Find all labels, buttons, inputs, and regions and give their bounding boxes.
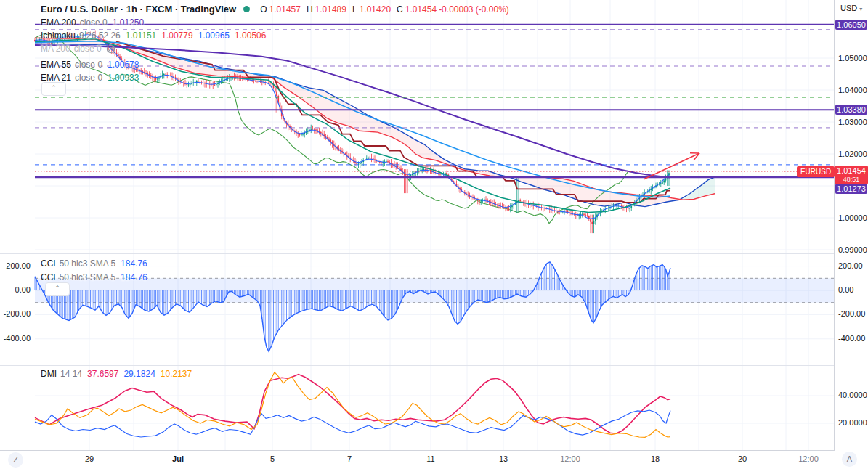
legend-params: 14 14 <box>60 369 82 379</box>
time-axis-label: 20 <box>725 454 760 463</box>
legend-row-price-ema-200[interactable]: EMA 200close 01.01250 <box>41 17 144 28</box>
ohlc-values: O 1.01457 H 1.01489 L 1.01420 C 1.01454 … <box>256 4 509 15</box>
grid-lines <box>35 0 834 450</box>
legend-value: 1.00779 <box>161 30 192 41</box>
cci-axis-label-left: 0.00 <box>0 285 31 294</box>
legend-row-price-ema-21[interactable]: EMA 21close 01.00933 <box>41 73 139 83</box>
cci-axis-label-left: -200.00 <box>0 309 31 318</box>
last-price-badge: 1.01454 48:51 <box>835 166 868 184</box>
legend-label: EMA 200 <box>41 17 76 28</box>
price-axis-label: 20.0000 <box>838 418 867 427</box>
market-status-icon <box>243 6 250 12</box>
legend-label: Ichimoku <box>41 30 76 41</box>
chart-canvas[interactable] <box>0 0 868 469</box>
legend-label: EMA 21 <box>41 73 71 83</box>
legend-row-price-ichimoku[interactable]: Ichimoku9 26 52 261.011511.007791.009651… <box>41 30 266 41</box>
legend-value: 1.00506 <box>235 30 266 41</box>
chevron-down-icon: ▾ <box>859 6 862 12</box>
ohlc-high-label: H <box>307 4 313 15</box>
ohlc-open-label: O <box>260 4 267 15</box>
legend-value: 29.1824 <box>123 369 155 379</box>
time-axis-label: 7 <box>332 454 367 463</box>
dmi-plot <box>35 372 670 438</box>
cci-axis-label-left: 200.00 <box>0 261 31 270</box>
price-axis-label: 0.00 <box>838 285 853 294</box>
cci-axis-label-left: -400.00 <box>0 334 31 343</box>
collapse-cci-legend-button[interactable]: ⌃ <box>45 282 70 296</box>
legend-row-cci-cci[interactable]: CCI50 hlc3 SMA 5184.76 <box>41 258 147 269</box>
time-axis[interactable]: 29Jul57111312:00182012:00 <box>0 451 835 469</box>
last-price-value: 1.01454 <box>835 166 868 175</box>
symbol-price-tag: EURUSD <box>797 166 835 177</box>
legend-params: 9 26 52 26 <box>79 30 121 41</box>
time-axis-label: Jul <box>161 454 195 463</box>
legend-value: 1.00678 <box>108 60 139 70</box>
price-axis-label: 1.02000 <box>838 150 867 158</box>
price-axis-label: 200.00 <box>838 261 863 270</box>
time-axis-label: 13 <box>486 454 521 463</box>
legend-params: close 0 <box>75 73 102 83</box>
trend-arrow-annotation <box>644 153 699 179</box>
price-axis[interactable]: USD ▾ 1.050001.040001.030001.020001.0000… <box>835 0 868 469</box>
legend-label: CCI <box>41 272 56 282</box>
legend-params: 50 hlc3 SMA 5 <box>60 272 115 282</box>
legend-params: close 0 <box>75 60 102 70</box>
price-axis-label: 1.03000 <box>838 118 867 126</box>
ohlc-close-value: 1.01454 <box>405 4 437 15</box>
symbol-title[interactable]: Euro / U.S. Dollar · 1h · FXCM · Trading… <box>41 4 236 15</box>
legend-params: close 0 <box>80 17 108 28</box>
legend-value: 37.6597 <box>87 369 118 379</box>
auto-scale-button[interactable]: A <box>842 452 857 467</box>
legend-label: MA 200 <box>41 44 70 54</box>
level-price-badge: 1.06050 <box>835 20 867 30</box>
price-axis-label: 1.04000 <box>838 86 867 94</box>
legend-value: 10.2137 <box>161 369 192 379</box>
price-axis-label: -400.00 <box>838 334 865 343</box>
legend-value: 1.00965 <box>198 30 230 41</box>
legend-label: CCI <box>41 258 56 269</box>
price-axis-label: 40.0000 <box>838 391 867 399</box>
legend-label: DMI <box>41 369 57 379</box>
bar-countdown: 48:51 <box>835 175 868 183</box>
legend-params: close 0 <box>74 44 102 54</box>
price-axis-label: 0.99000 <box>838 245 867 254</box>
legend-row-cci-cci[interactable]: CCI50 hlc3 SMA 5184.76 <box>41 272 147 282</box>
cci-band <box>35 278 834 302</box>
time-axis-label: 5 <box>255 454 290 463</box>
price-axis-label: -200.00 <box>838 309 865 318</box>
timezone-button[interactable]: Z <box>8 452 23 468</box>
chart-header: Euro / U.S. Dollar · 1h · FXCM · Trading… <box>41 4 509 15</box>
ohlc-open-value: 1.01457 <box>269 4 301 15</box>
time-axis-label: 29 <box>72 454 107 463</box>
ohlc-close-label: C <box>397 4 403 15</box>
time-axis-label: 12:00 <box>553 454 588 463</box>
collapse-legend-button[interactable]: ⌃ <box>41 82 66 96</box>
legend-value: 1.00933 <box>108 73 139 83</box>
panel-frame <box>0 0 868 469</box>
legend-row-price-ma-200[interactable]: MA 200close 0 <box>41 44 115 54</box>
legend-params: 50 hlc3 SMA 5 <box>60 258 115 269</box>
ohlc-low-value: 1.01420 <box>360 4 391 15</box>
legend-value: 1.01151 <box>126 30 157 41</box>
legend-row-dmi-dmi[interactable]: DMI14 1437.659729.182410.2137 <box>41 369 192 379</box>
ohlc-low-label: L <box>352 4 357 15</box>
time-axis-label: 12:00 <box>791 454 826 463</box>
time-axis-label: 18 <box>638 454 673 463</box>
legend-row-price-ema-55[interactable]: EMA 55close 01.00678 <box>41 60 139 70</box>
legend-label: EMA 55 <box>41 60 71 70</box>
ohlc-change-value: -0.00003 (-0.00%) <box>439 4 509 15</box>
level-price-badge: 1.01273 <box>835 184 867 194</box>
eye-off-icon[interactable] <box>106 44 115 54</box>
legend-value: 184.76 <box>121 272 147 282</box>
currency-label: USD <box>840 4 857 12</box>
legend-value: 1.01250 <box>113 17 144 28</box>
ohlc-high-value: 1.01489 <box>315 4 346 15</box>
time-axis-label: 11 <box>413 454 448 463</box>
price-axis-label: 1.05000 <box>838 54 867 62</box>
currency-selector[interactable]: USD ▾ <box>840 4 862 12</box>
tradingview-chart-window: Euro / U.S. Dollar · 1h · FXCM · Trading… <box>0 0 868 469</box>
level-price-badge: 1.03380 <box>835 105 867 115</box>
price-axis-label: 1.00000 <box>838 213 867 222</box>
legend-value: 184.76 <box>121 258 147 269</box>
